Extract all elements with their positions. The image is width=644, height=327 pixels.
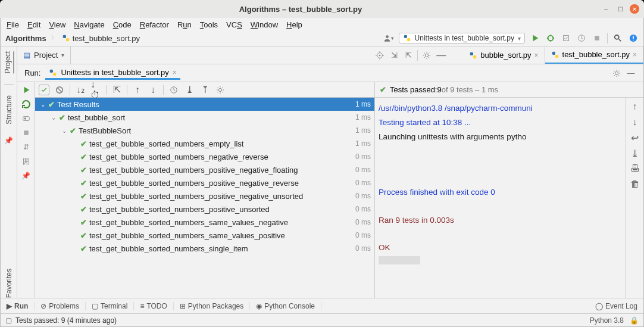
editor-tab-bubble-sort[interactable]: bubble_sort.py × (463, 46, 545, 64)
menu-navigate[interactable]: Navigate (74, 20, 104, 29)
menu-view[interactable]: View (49, 20, 65, 29)
menu-code[interactable]: Code (113, 20, 132, 29)
bookmark-icon[interactable]: 📌 (4, 135, 14, 146)
stop-button[interactable] (592, 33, 602, 43)
hide-tool-icon[interactable]: — (626, 68, 636, 79)
run-session-tab[interactable]: Unittests in test_bubble_sort.py × (45, 66, 180, 80)
bottom-terminal[interactable]: ▢Terminal (86, 302, 134, 310)
test-tree-row[interactable]: ⌄✔test_bubble_sort1 ms (35, 111, 374, 124)
scroll-up-icon[interactable]: ↑ (630, 101, 640, 112)
sidebar-project[interactable]: Project (4, 51, 14, 73)
bottom-todo[interactable]: ≡TODO (134, 302, 173, 310)
sort-icon[interactable]: ↓₂ (75, 85, 86, 95)
bottom-event-log[interactable]: ◯Event Log (589, 302, 643, 310)
export-icon[interactable]: ⤒ (199, 85, 210, 95)
layout-icon[interactable]: 囲 (21, 156, 32, 167)
tree-row-time: 1 ms (355, 126, 371, 135)
test-tree-row[interactable]: ✔test_get_bubble_sorted_numbers_positive… (35, 163, 374, 176)
next-failed-icon[interactable]: ↓ (148, 85, 158, 95)
rerun-failed-button[interactable] (21, 99, 32, 110)
project-tool-tab[interactable]: ▤ Project ▾ (17, 46, 71, 64)
bottom-python-packages[interactable]: ⊞Python Packages (174, 302, 250, 310)
collapse-icon[interactable]: ⇱ (111, 85, 122, 95)
test-tree-row[interactable]: ⌄✔TestBubbleSort1 ms (35, 124, 374, 137)
sidebar-structure[interactable]: Structure (5, 95, 13, 124)
tree-row-label: test_get_bubble_sorted_numbers_empty_lis… (89, 139, 243, 148)
test-tree-row[interactable]: ✔test_get_bubble_sorted_numbers_positive… (35, 176, 374, 189)
debug-button[interactable] (545, 33, 556, 43)
prev-failed-icon[interactable]: ↑ (132, 85, 143, 95)
svg-rect-23 (24, 130, 29, 135)
menu-edit[interactable]: Edit (27, 20, 40, 29)
import-icon[interactable]: ⤓ (184, 85, 195, 95)
updates-icon[interactable] (628, 33, 639, 43)
expander-icon[interactable]: ⌄ (51, 114, 57, 121)
expand-all-icon[interactable]: ⇲ (389, 50, 399, 61)
coverage-button[interactable] (561, 33, 571, 43)
test-tree-row[interactable]: ✔test_get_bubble_sorted_numbers_empty_li… (35, 137, 374, 150)
test-tree-row[interactable]: ⌄✔Test Results1 ms (35, 98, 374, 111)
print-icon[interactable]: 🖶 (630, 163, 640, 174)
run-button[interactable] (530, 33, 540, 43)
soft-wrap-icon[interactable]: ↩ (630, 132, 640, 143)
editor-tab-test-bubble-sort[interactable]: test_bubble_sort.py × (545, 46, 643, 64)
breadcrumb[interactable]: Algorithms 〉 test_bubble_sort.py (5, 34, 140, 43)
menu-window[interactable]: Window (251, 20, 278, 29)
status-python[interactable]: Python 3.8 (590, 316, 624, 325)
close-button[interactable]: ✕ (630, 4, 639, 14)
expander-icon[interactable]: ⌄ (40, 101, 46, 108)
test-tree-row[interactable]: ✔test_get_bubble_sorted_numbers_single_i… (35, 242, 374, 255)
search-everywhere-icon[interactable] (612, 33, 623, 43)
expander-icon[interactable]: ⌄ (61, 127, 67, 134)
test-tree-row[interactable]: ✔test_get_bubble_sorted_numbers_positive… (35, 189, 374, 203)
menu-vcs[interactable]: VCS (226, 20, 242, 29)
close-icon[interactable]: × (173, 68, 177, 77)
tree-row-label: test_get_bubble_sorted_numbers_negative_… (89, 152, 268, 161)
clear-icon[interactable]: 🗑 (630, 179, 640, 189)
pin-icon[interactable]: ⇵ (21, 142, 32, 152)
test-tree-row[interactable]: ✔test_get_bubble_sorted_numbers_same_val… (35, 216, 374, 229)
sort-time-icon[interactable]: ↓⏱ (90, 85, 101, 95)
gear-icon[interactable] (611, 68, 622, 79)
bottom-run[interactable]: ▶Run (1, 302, 35, 310)
gear-icon[interactable] (421, 50, 432, 61)
locate-icon[interactable] (374, 50, 385, 61)
menu-tools[interactable]: Tools (200, 20, 218, 29)
python-test-icon (403, 34, 411, 42)
chevron-down-icon: ▾ (61, 52, 64, 58)
rerun-button[interactable] (21, 85, 32, 95)
console-output[interactable]: /usr/bin/python3.8 /snap/pycharm-communi… (375, 98, 626, 298)
user-icon[interactable]: ▾ (383, 33, 394, 43)
profile-button[interactable] (576, 33, 587, 43)
svg-rect-16 (552, 51, 555, 54)
scroll-to-end-icon[interactable]: ⤓ (630, 148, 640, 158)
lock-icon[interactable]: 🔒 (630, 316, 639, 325)
test-tree-row[interactable]: ✔test_get_bubble_sorted_numbers_same_val… (35, 229, 374, 242)
maximize-button[interactable]: ☐ (615, 4, 625, 14)
menu-refactor[interactable]: Refactor (140, 20, 169, 29)
menu-run[interactable]: Run (177, 20, 192, 29)
hide-tool-icon[interactable]: — (436, 50, 446, 61)
test-tree[interactable]: ⌄✔Test Results1 ms⌄✔test_bubble_sort1 ms… (35, 98, 374, 298)
sidebar-favorites[interactable]: Favorites (5, 269, 13, 298)
show-passed-icon[interactable] (39, 85, 49, 95)
run-config-dropdown[interactable]: Unittests in test_bubble_sort.py ▾ (399, 33, 525, 43)
test-history-icon[interactable] (168, 85, 179, 95)
minimize-button[interactable]: – (601, 4, 611, 14)
collapse-all-icon[interactable]: ⇱ (403, 50, 414, 61)
close-icon[interactable]: × (633, 51, 637, 59)
test-tree-row[interactable]: ✔test_get_bubble_sorted_numbers_positive… (35, 203, 374, 216)
gear-icon[interactable] (215, 85, 226, 95)
bottom-python-console[interactable]: ◉Python Console (250, 302, 321, 310)
test-tree-row[interactable]: ✔test_get_bubble_sorted_numbers_negative… (35, 150, 374, 163)
menu-file[interactable]: File (7, 20, 19, 29)
toggle-auto-test-button[interactable] (21, 113, 32, 124)
run-session-label: Unittests in test_bubble_sort.py (61, 68, 168, 77)
stop-button[interactable] (21, 127, 32, 138)
pin-tab-icon[interactable]: 📌 (21, 170, 32, 181)
bottom-problems[interactable]: ⊘Problems (35, 302, 86, 310)
scroll-down-icon[interactable]: ↓ (630, 117, 640, 127)
menu-help[interactable]: Help (286, 20, 302, 29)
close-icon[interactable]: × (534, 51, 539, 60)
show-ignored-icon[interactable] (54, 85, 65, 95)
